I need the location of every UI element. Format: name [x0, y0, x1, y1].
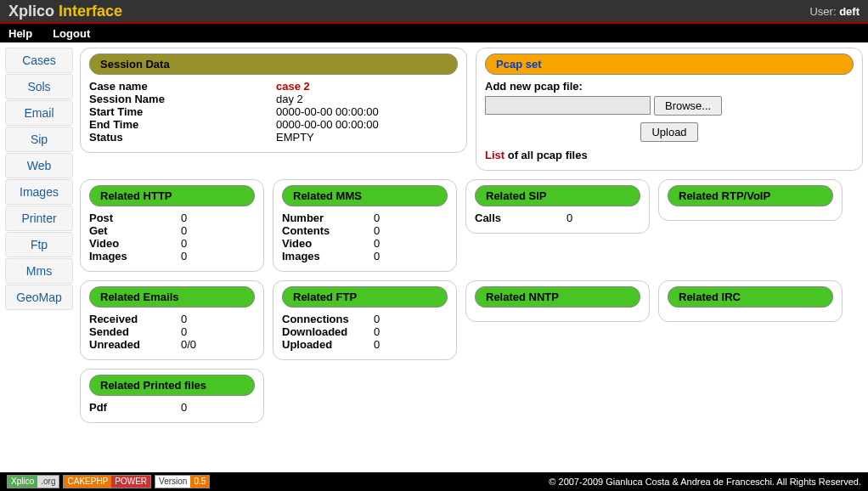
stat-label: Pdf: [89, 401, 181, 414]
session-row-value: day 2: [276, 93, 303, 105]
stat-value: 0: [374, 212, 380, 224]
stat-label: Calls: [475, 212, 566, 224]
stat-label: Sended: [89, 325, 181, 338]
brand: Xplico Interface: [8, 3, 122, 20]
stat-value: 0: [181, 401, 187, 414]
stat-label: Get: [89, 224, 181, 237]
stat-row: Post0: [89, 212, 255, 224]
stat-label: Connections: [282, 313, 374, 325]
pcap-set-header: Pcap set: [485, 54, 854, 75]
stat-panel-header: Related Emails: [89, 286, 255, 308]
sidebar-item-geomap[interactable]: GeoMap: [5, 285, 73, 310]
user-label: User:: [809, 5, 839, 18]
stat-label: Video: [282, 237, 374, 250]
sidebar-item-ftp[interactable]: Ftp: [5, 232, 73, 257]
sidebar-item-mms[interactable]: Mms: [5, 258, 73, 284]
stat-row: Video0: [282, 237, 448, 250]
sidebar-item-cases[interactable]: Cases: [5, 48, 73, 73]
panels-row-1: Related HTTPPost0Get0Video0Images0Relate…: [80, 179, 863, 272]
stat-value: 0: [374, 313, 380, 325]
stat-value: 0: [181, 224, 187, 237]
sidebar-item-sip[interactable]: Sip: [5, 127, 73, 152]
sidebar-item-images[interactable]: Images: [5, 179, 73, 205]
stat-panel: Related RTP/VoIP: [658, 179, 843, 221]
brand-part2: Interface: [59, 3, 122, 20]
upload-button[interactable]: Upload: [640, 122, 697, 142]
stat-label: Video: [89, 237, 181, 250]
sidebar-item-email[interactable]: Email: [5, 100, 73, 126]
stat-panel-header: Related RTP/VoIP: [668, 185, 833, 206]
stat-row: Unreaded0/0: [89, 338, 255, 351]
pcap-set-panel: Pcap set Add new pcap file: Browse... Up…: [476, 48, 863, 171]
session-data-panel: Session Data Case namecase 2Session Name…: [80, 48, 467, 153]
stat-label: Received: [89, 313, 181, 325]
stat-panel-header: Related HTTP: [89, 185, 255, 206]
stat-label: Post: [89, 212, 181, 224]
stat-row: Images0: [282, 250, 448, 262]
stat-panel: Related HTTPPost0Get0Video0Images0: [80, 179, 264, 272]
session-row-value: 0000-00-00 00:00:00: [276, 105, 379, 118]
stat-value: 0: [181, 237, 187, 250]
session-row-value: 0000-00-00 00:00:00: [276, 118, 379, 131]
session-row: End Time0000-00-00 00:00:00: [89, 118, 458, 131]
stat-row: Calls0: [475, 212, 640, 224]
sidebar: Cases Sols Email Sip Web Images Printer …: [5, 48, 73, 311]
stat-row: Uploaded0: [282, 338, 448, 351]
stat-panel-header: Related FTP: [282, 286, 448, 308]
stat-row: Pdf0: [89, 401, 255, 414]
sidebar-item-sols[interactable]: Sols: [5, 74, 73, 99]
stat-value: 0/0: [181, 338, 196, 351]
browse-button[interactable]: Browse...: [654, 96, 722, 116]
session-row-label: Session Name: [89, 93, 276, 105]
stat-panel-header: Related MMS: [282, 185, 448, 206]
stat-value: 0: [374, 338, 380, 351]
add-pcap-label: Add new pcap file:: [485, 80, 854, 93]
session-row-label: Start Time: [89, 105, 276, 118]
stat-value: 0: [181, 212, 187, 224]
stat-panel: Related FTPConnections0Downloaded0Upload…: [273, 280, 457, 360]
user-name: deft: [839, 5, 860, 18]
stat-label: Number: [282, 212, 374, 224]
session-row: Session Nameday 2: [89, 93, 458, 105]
panels-row-3: Related Printed filesPdf0: [80, 369, 863, 423]
menu-help[interactable]: Help: [8, 27, 32, 40]
sidebar-item-printer[interactable]: Printer: [5, 206, 73, 231]
menu-logout[interactable]: Logout: [53, 27, 90, 40]
main: Cases Sols Email Sip Web Images Printer …: [0, 42, 868, 440]
stat-row: Connections0: [282, 313, 448, 325]
top-bar: Xplico Interface User: deft: [0, 0, 868, 24]
stat-row: Video0: [89, 237, 255, 250]
session-row-label: Case name: [89, 80, 276, 93]
content: Session Data Case namecase 2Session Name…: [80, 48, 863, 423]
stat-panel: Related Printed filesPdf0: [80, 369, 264, 423]
list-rest: of all pcap files: [504, 149, 588, 161]
stat-value: 0: [181, 325, 187, 338]
stat-row: Sended0: [89, 325, 255, 338]
file-chooser: Browse...: [485, 96, 854, 116]
stat-label: Uploaded: [282, 338, 374, 351]
stat-row: Number0: [282, 212, 448, 224]
stat-value: 0: [181, 313, 187, 325]
stat-value: 0: [181, 250, 187, 262]
menu-bar: Help Logout: [0, 24, 868, 42]
session-row-label: End Time: [89, 118, 276, 131]
sidebar-item-web[interactable]: Web: [5, 153, 73, 178]
session-row: StatusEMPTY: [89, 131, 458, 144]
stat-label: Downloaded: [282, 325, 374, 338]
stat-panel: Related NNTP: [465, 280, 650, 322]
session-row-label: Status: [89, 131, 276, 144]
stat-panel: Related EmailsReceived0Sended0Unreaded0/…: [80, 280, 264, 360]
stat-row: Get0: [89, 224, 255, 237]
stat-label: Images: [89, 250, 181, 262]
file-path-input[interactable]: [485, 96, 651, 115]
session-row: Start Time0000-00-00 00:00:00: [89, 105, 458, 118]
session-data-header: Session Data: [89, 54, 458, 75]
list-link[interactable]: List: [485, 149, 504, 161]
stat-row: Contents0: [282, 224, 448, 237]
panels-row-2: Related EmailsReceived0Sended0Unreaded0/…: [80, 280, 863, 360]
stat-value: 0: [374, 237, 380, 250]
session-row-value: EMPTY: [276, 131, 314, 144]
stat-row: Downloaded0: [282, 325, 448, 338]
stat-value: 0: [374, 250, 380, 262]
session-row-value: case 2: [276, 80, 310, 93]
